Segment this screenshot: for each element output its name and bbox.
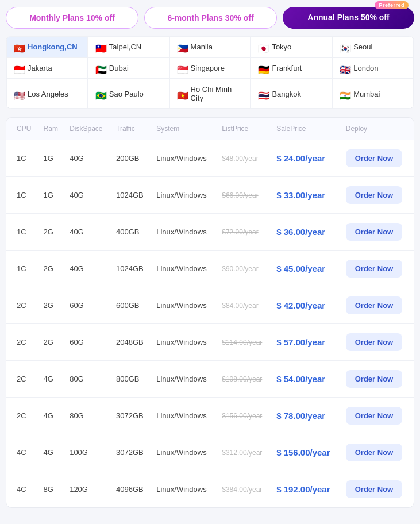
sale-price-cell: $ 78.00/year bbox=[272, 398, 341, 434]
plan-tab-sixmonth[interactable]: 6-month Plans 30% off bbox=[144, 7, 277, 29]
disk-cell: 120G bbox=[65, 471, 111, 508]
traffic-cell: 3072GB bbox=[111, 434, 152, 471]
traffic-cell: 1024GB bbox=[111, 251, 152, 287]
table-header-row: CPURamDiskSpaceTrafficSystemListPriceSal… bbox=[6, 118, 414, 140]
cpu-cell: 1C bbox=[6, 251, 39, 287]
location-cell-mumbai[interactable]: 🇮🇳Mumbai bbox=[332, 79, 414, 109]
sale-price: $ 36.00/year bbox=[276, 227, 325, 237]
sale-price-cell: $ 45.00/year bbox=[272, 251, 341, 287]
th-deploy: Deploy bbox=[341, 118, 414, 140]
sale-price: $ 42.00/year bbox=[276, 300, 325, 310]
location-name: Frankfurt bbox=[272, 64, 302, 72]
deploy-cell: Order Now bbox=[341, 398, 414, 434]
order-now-button[interactable]: Order Now bbox=[346, 480, 402, 498]
sale-price-cell: $ 192.00/year bbox=[272, 471, 341, 508]
plan-tab-monthly[interactable]: Monthly Plans 10% off bbox=[6, 7, 138, 29]
location-name: Bangkok bbox=[272, 90, 301, 98]
cpu-cell: 2C bbox=[6, 324, 39, 361]
location-cell-taipei-cn[interactable]: 🇹🇼Taipei,CN bbox=[88, 36, 169, 57]
sale-price: $ 54.00/year bbox=[276, 374, 325, 384]
traffic-cell: 1024GB bbox=[111, 177, 152, 214]
location-cell-frankfurt[interactable]: 🇩🇪Frankfurt bbox=[251, 57, 332, 79]
order-now-button[interactable]: Order Now bbox=[346, 260, 402, 278]
th-saleprice: SalePrice bbox=[272, 118, 341, 140]
flag-icon: 🇧🇷 bbox=[95, 90, 106, 98]
plan-tab-annual[interactable]: PreferredAnnual Plans 50% off bbox=[283, 7, 414, 29]
location-grid: 🇭🇰Hongkong,CN🇹🇼Taipei,CN🇵🇭Manila🇯🇵Tokyo🇰… bbox=[6, 36, 414, 109]
order-now-button[interactable]: Order Now bbox=[346, 223, 402, 241]
location-name: Tokyo bbox=[272, 43, 291, 51]
sale-price: $ 45.00/year bbox=[276, 264, 325, 273]
cpu-cell: 2C bbox=[6, 398, 39, 434]
list-price: $156.00/year bbox=[222, 412, 262, 420]
order-now-button[interactable]: Order Now bbox=[346, 333, 402, 351]
location-name: Hongkong,CN bbox=[28, 43, 78, 51]
list-price-cell: $84.00/year bbox=[217, 287, 272, 324]
flag-icon: 🇭🇰 bbox=[14, 43, 24, 51]
location-name: Los Angeles bbox=[28, 90, 68, 98]
location-name: Sao Paulo bbox=[109, 90, 144, 98]
location-cell-ho-chi-minh-city[interactable]: 🇻🇳Ho Chi Minh City bbox=[169, 79, 251, 109]
system-cell: Linux/Windows bbox=[152, 398, 217, 434]
location-cell-hongkong-cn[interactable]: 🇭🇰Hongkong,CN bbox=[6, 36, 88, 57]
th-system: System bbox=[152, 118, 217, 140]
order-now-button[interactable]: Order Now bbox=[346, 186, 402, 204]
deploy-cell: Order Now bbox=[341, 434, 414, 471]
table-row: 2C4G80G800GBLinux/Windows$108.00/year$ 5… bbox=[6, 361, 414, 398]
th-ram: Ram bbox=[39, 118, 65, 140]
location-name: Jakarta bbox=[28, 64, 52, 72]
list-price-cell: $90.00/year bbox=[217, 251, 272, 287]
flag-icon: 🇮🇳 bbox=[340, 90, 350, 98]
location-name: Manila bbox=[191, 43, 213, 51]
location-name: London bbox=[353, 64, 378, 72]
order-now-button[interactable]: Order Now bbox=[346, 370, 402, 388]
table-row: 4C4G100G3072GBLinux/Windows$312.00/year$… bbox=[6, 434, 414, 471]
list-price-cell: $72.00/year bbox=[217, 214, 272, 251]
order-now-button[interactable]: Order Now bbox=[346, 149, 402, 167]
location-name: Mumbai bbox=[353, 90, 380, 98]
disk-cell: 40G bbox=[65, 214, 111, 251]
cpu-cell: 1C bbox=[6, 214, 39, 251]
flag-icon: 🇮🇩 bbox=[14, 64, 24, 72]
ram-cell: 2G bbox=[39, 214, 65, 251]
table-row: 1C2G40G400GBLinux/Windows$72.00/year$ 36… bbox=[6, 214, 414, 251]
order-now-button[interactable]: Order Now bbox=[346, 444, 402, 461]
list-price: $90.00/year bbox=[222, 265, 258, 273]
system-cell: Linux/Windows bbox=[152, 434, 217, 471]
location-name: Singapore bbox=[191, 64, 225, 72]
flag-icon: 🇻🇳 bbox=[177, 90, 187, 98]
flag-icon: 🇺🇸 bbox=[14, 90, 24, 98]
flag-icon: 🇵🇭 bbox=[177, 43, 187, 51]
list-price: $66.00/year bbox=[222, 191, 258, 199]
sale-price-cell: $ 54.00/year bbox=[272, 361, 341, 398]
location-cell-dubai[interactable]: 🇦🇪Dubai bbox=[88, 57, 169, 79]
plan-tabs-container: Monthly Plans 10% off6-month Plans 30% o… bbox=[0, 0, 420, 36]
deploy-cell: Order Now bbox=[341, 324, 414, 361]
table-row: 2C4G80G3072GBLinux/Windows$156.00/year$ … bbox=[6, 398, 414, 434]
location-name: Seoul bbox=[353, 43, 372, 51]
location-cell-manila[interactable]: 🇵🇭Manila bbox=[169, 36, 251, 57]
location-cell-sao-paulo[interactable]: 🇧🇷Sao Paulo bbox=[88, 79, 169, 109]
location-cell-london[interactable]: 🇬🇧London bbox=[332, 57, 414, 79]
order-now-button[interactable]: Order Now bbox=[346, 407, 402, 425]
list-price-cell: $114.00/year bbox=[217, 324, 272, 361]
location-cell-seoul[interactable]: 🇰🇷Seoul bbox=[332, 36, 414, 57]
list-price-cell: $108.00/year bbox=[217, 361, 272, 398]
sale-price: $ 33.00/year bbox=[276, 190, 325, 200]
location-cell-los-angeles[interactable]: 🇺🇸Los Angeles bbox=[6, 79, 88, 109]
location-cell-bangkok[interactable]: 🇹🇭Bangkok bbox=[251, 79, 332, 109]
location-cell-singapore[interactable]: 🇸🇬Singapore bbox=[169, 57, 251, 79]
system-cell: Linux/Windows bbox=[152, 251, 217, 287]
sale-price: $ 24.00/year bbox=[276, 153, 325, 163]
disk-cell: 80G bbox=[65, 361, 111, 398]
location-cell-tokyo[interactable]: 🇯🇵Tokyo bbox=[251, 36, 332, 57]
tab-highlight: Monthly Plans bbox=[29, 13, 86, 22]
disk-cell: 40G bbox=[65, 251, 111, 287]
disk-cell: 100G bbox=[65, 434, 111, 471]
location-cell-jakarta[interactable]: 🇮🇩Jakarta bbox=[6, 57, 88, 79]
list-price-cell: $384.00/year bbox=[217, 471, 272, 508]
sale-price-cell: $ 33.00/year bbox=[272, 177, 341, 214]
order-now-button[interactable]: Order Now bbox=[346, 296, 402, 314]
cpu-cell: 1C bbox=[6, 177, 39, 214]
traffic-cell: 600GB bbox=[111, 287, 152, 324]
